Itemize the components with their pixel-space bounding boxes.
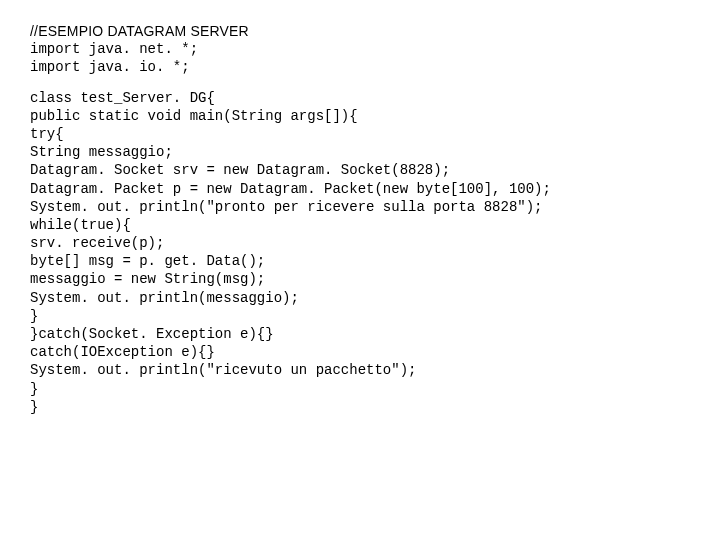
code-line: srv. receive(p); [30,234,690,252]
code-line: Datagram. Socket srv = new Datagram. Soc… [30,161,690,179]
code-line: } [30,307,690,325]
code-line: }catch(Socket. Exception e){} [30,325,690,343]
code-line: import java. io. *; [30,58,690,76]
code-line: } [30,398,690,416]
code-heading: //ESEMPIO DATAGRAM SERVER [30,22,690,40]
code-line: catch(IOException e){} [30,343,690,361]
code-line [30,77,690,89]
code-line: class test_Server. DG{ [30,89,690,107]
code-line: messaggio = new String(msg); [30,270,690,288]
code-line: import java. net. *; [30,40,690,58]
code-line: System. out. println("pronto per ricever… [30,198,690,216]
code-line: } [30,380,690,398]
code-line: public static void main(String args[]){ [30,107,690,125]
code-line: String messaggio; [30,143,690,161]
code-line: Datagram. Packet p = new Datagram. Packe… [30,180,690,198]
code-line: byte[] msg = p. get. Data(); [30,252,690,270]
code-line: while(true){ [30,216,690,234]
code-block: import java. net. *;import java. io. *; … [30,40,690,416]
code-line: System. out. println(messaggio); [30,289,690,307]
code-line: try{ [30,125,690,143]
code-line: System. out. println("ricevuto un pacche… [30,361,690,379]
